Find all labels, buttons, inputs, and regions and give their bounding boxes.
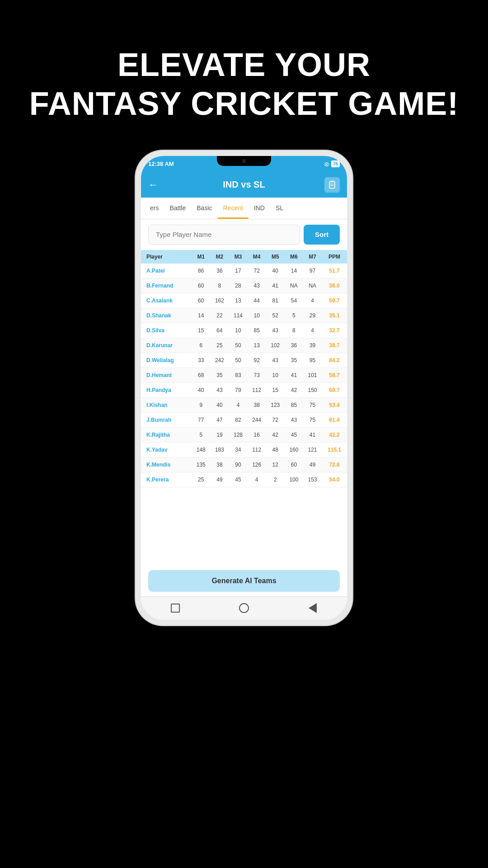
stat-cell: 5 [192,427,210,442]
stat-cell: 40 [266,264,285,278]
stat-cell: 244 [248,412,266,427]
stat-cell: NA [303,278,322,293]
back-button[interactable]: ← [148,179,158,191]
player-name-cell: H.Pandya [141,382,192,397]
stat-cell: 82 [229,412,247,427]
col-ppm: PPM [322,250,347,264]
col-player: Player [141,250,192,264]
col-m7: M7 [303,250,322,264]
stat-cell: 112 [248,442,266,457]
player-name-cell: A.Patel [141,264,192,278]
clipboard-icon [328,180,337,189]
stat-cell: 22 [210,308,229,323]
stat-cell: 2 [266,472,285,487]
triangle-icon [309,603,317,613]
stat-cell: 45 [229,472,247,487]
tab-sl[interactable]: SL [270,198,289,219]
svg-rect-0 [329,181,335,188]
phone-frame: 12:38 AM ⊛ 76 ← IND vs SL [136,151,352,625]
phone-inner: 12:38 AM ⊛ 76 ← IND vs SL [141,156,347,620]
stat-cell: 13 [229,293,247,308]
stat-cell: 14 [192,308,210,323]
stat-cell: 43 [285,412,303,427]
stat-cell: 8 [285,323,303,338]
tab-battle[interactable]: Battle [164,198,191,219]
header-icon-button[interactable] [324,177,340,193]
stat-cell: 75 [303,412,322,427]
table-row: I.Kishan940438123857553.4 [141,397,347,412]
ppm-cell: 53.4 [322,397,347,412]
stat-cell: 50 [229,338,247,353]
player-name-cell: B.Fernand [141,278,192,293]
stat-cell: 38 [248,397,266,412]
stat-cell: 13 [248,338,266,353]
stat-cell: 10 [229,323,247,338]
stat-cell: 183 [210,442,229,457]
headline-line1: ELEVATE YOUR [117,47,371,83]
stat-cell: 14 [285,264,303,278]
nav-back-button[interactable] [306,602,319,614]
ppm-cell: 54.0 [322,472,347,487]
stat-cell: 41 [266,278,285,293]
ppm-cell: 68.7 [322,382,347,397]
stat-cell: 97 [303,264,322,278]
col-m1: M1 [192,250,210,264]
stat-cell: 15 [192,323,210,338]
stat-cell: 25 [192,472,210,487]
stat-cell: 100 [285,472,303,487]
table-row: D.Hemant68358373104110158.7 [141,368,347,382]
stat-cell: 8 [210,278,229,293]
stat-cell: 95 [303,353,322,368]
stat-cell: 4 [303,323,322,338]
nav-square-button[interactable] [169,602,182,614]
tab-basic[interactable]: Basic [191,198,217,219]
stat-cell: 12 [266,457,285,472]
wifi-icon: ⊛ [324,160,329,168]
stat-cell: 43 [248,278,266,293]
stat-cell: 42 [285,382,303,397]
stat-cell: 153 [303,472,322,487]
sort-button[interactable]: Sort [304,225,340,245]
ppm-cell: 42.2 [322,427,347,442]
ppm-cell: 72.8 [322,457,347,472]
stat-cell: 52 [266,308,285,323]
app-header: ← IND vs SL [141,172,347,198]
table-row: B.Fernand608284341NANA36.0 [141,278,347,293]
stat-cell: 128 [229,427,247,442]
stat-cell: 42 [266,427,285,442]
stat-cell: 60 [192,278,210,293]
player-name-cell: K.Yadav [141,442,192,457]
stat-cell: 19 [210,427,229,442]
search-input[interactable] [148,225,300,245]
ppm-cell: 38.7 [322,338,347,353]
tab-players[interactable]: ers [145,198,164,219]
ppm-cell: 58.7 [322,368,347,382]
nav-home-button[interactable] [238,602,250,614]
player-name-cell: D.Silva [141,323,192,338]
player-name-cell: J.Bumrah [141,412,192,427]
player-name-cell: K.Rajitha [141,427,192,442]
circle-icon [239,603,249,613]
player-table: Player M1 M2 M3 M4 M5 M6 M7 PPM A.Patel8… [141,250,347,487]
player-name-cell: I.Kishan [141,397,192,412]
stat-cell: 72 [266,412,285,427]
stat-cell: 47 [210,412,229,427]
status-time: 12:38 AM [148,160,174,167]
ppm-cell: 36.0 [322,278,347,293]
stat-cell: 34 [229,442,247,457]
stat-cell: 36 [285,338,303,353]
col-m5: M5 [266,250,285,264]
svg-rect-1 [331,181,333,182]
stat-cell: 40 [210,397,229,412]
stat-cell: 28 [229,278,247,293]
stat-cell: 60 [285,457,303,472]
stat-cell: 79 [229,382,247,397]
generate-ai-teams-button[interactable]: Generate AI Teams [148,570,340,592]
stat-cell: 10 [266,368,285,382]
stat-cell: 85 [285,397,303,412]
tab-recent[interactable]: Recent [218,198,249,219]
tab-ind[interactable]: IND [249,198,270,219]
stat-cell: 75 [303,397,322,412]
square-icon [171,604,180,613]
stat-cell: 77 [192,412,210,427]
